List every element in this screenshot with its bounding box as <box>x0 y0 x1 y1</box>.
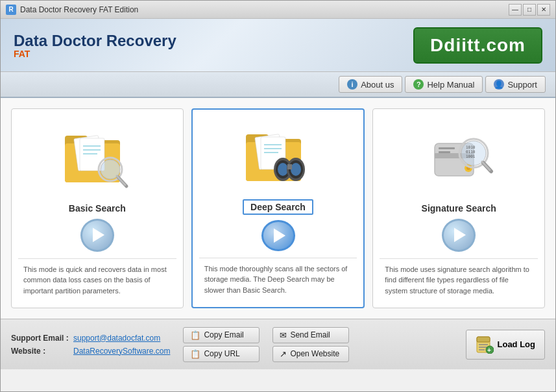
copy-url-button[interactable]: 📋 Copy URL <box>183 346 260 362</box>
signature-search-title: Signature Search <box>422 203 496 214</box>
minimize-button[interactable]: — <box>509 4 522 16</box>
basic-search-card[interactable]: Basic Search This mode is quick and reco… <box>11 108 184 308</box>
maximize-button[interactable]: □ <box>523 4 536 16</box>
website-label: Website : <box>11 347 69 356</box>
app-header: Data Doctor Recovery FAT Ddiitt.com <box>1 19 555 72</box>
email-link[interactable]: support@datadocfat.com <box>73 334 160 343</box>
help-manual-button[interactable]: ? Help Manual <box>405 76 483 93</box>
signature-search-image: 1010 0110 1001 <box>420 116 498 198</box>
open-website-icon: ↗ <box>280 349 287 359</box>
title-bar-text: Data Doctor Recovery FAT Edition <box>20 5 509 14</box>
bottom-info: Support Email : support@datadocfat.com W… <box>11 334 170 356</box>
copy-email-button[interactable]: 📋 Copy Email <box>183 327 260 343</box>
signature-search-card[interactable]: 1010 0110 1001 Signature Search This mod… <box>372 108 545 308</box>
help-icon: ? <box>413 79 424 90</box>
svg-text:+: + <box>487 347 491 354</box>
send-email-label: Send Email <box>290 330 330 339</box>
svg-text:1001: 1001 <box>466 154 476 158</box>
basic-search-title: Basic Search <box>69 203 126 214</box>
copy-email-label: Copy Email <box>204 330 243 339</box>
deep-search-image <box>239 116 317 194</box>
copy-url-icon: 📋 <box>190 349 200 359</box>
nav-bar: i About us ? Help Manual 👤 Support <box>1 72 555 98</box>
basic-search-description: This mode is quick and recovers data in … <box>18 258 176 302</box>
email-label: Support Email : <box>11 334 69 343</box>
svg-rect-32 <box>439 151 450 153</box>
app-logo[interactable]: Ddiitt.com <box>413 27 542 64</box>
signature-search-illustration: 1010 0110 1001 <box>423 117 494 195</box>
svg-text:1010: 1010 <box>466 145 476 149</box>
web-actions: ✉ Send Email ↗ Open Website <box>272 327 349 362</box>
send-email-button[interactable]: ✉ Send Email <box>272 327 349 343</box>
deep-search-description: This mode thoroughly scans all the secto… <box>199 258 357 301</box>
svg-text:0110: 0110 <box>466 149 476 154</box>
signature-search-description: This mode uses signature search algorith… <box>380 258 538 302</box>
main-content: Basic Search This mode is quick and reco… <box>1 98 555 319</box>
help-manual-label: Help Manual <box>427 80 474 90</box>
open-website-label: Open Website <box>290 349 339 358</box>
svg-point-22 <box>278 163 288 176</box>
website-row: Website : DataRecoverySoftware.com <box>11 347 170 356</box>
bottom-bar: Support Email : support@datadocfat.com W… <box>1 319 555 369</box>
app-title-main: Data Doctor Recovery <box>14 32 176 50</box>
deep-search-card[interactable]: Deep Search This mode thoroughly scans a… <box>191 108 365 308</box>
title-bar: R Data Doctor Recovery FAT Edition — □ ✕ <box>1 1 555 19</box>
copy-url-label: Copy URL <box>204 349 239 358</box>
website-link[interactable]: DataRecoverySoftware.com <box>73 347 170 356</box>
play-triangle-icon <box>274 228 285 243</box>
about-us-label: About us <box>361 80 394 90</box>
email-row: Support Email : support@datadocfat.com <box>11 334 170 343</box>
basic-search-image <box>58 116 136 198</box>
load-log-button[interactable]: + Load Log <box>466 330 546 360</box>
deep-search-title: Deep Search <box>243 199 313 215</box>
support-icon: 👤 <box>494 79 504 90</box>
basic-search-play-button[interactable] <box>80 219 114 252</box>
open-website-button[interactable]: ↗ Open Website <box>272 346 349 362</box>
about-us-button[interactable]: i About us <box>339 76 402 93</box>
svg-rect-31 <box>439 147 455 149</box>
app-icon: R <box>6 5 16 15</box>
copy-email-icon: 📋 <box>190 330 200 340</box>
close-button[interactable]: ✕ <box>537 4 550 16</box>
email-actions: 📋 Copy Email 📋 Copy URL <box>183 327 260 362</box>
info-icon: i <box>347 79 357 90</box>
load-log-icon: + <box>476 336 494 354</box>
app-title-sub: FAT <box>14 49 176 59</box>
signature-search-play-button[interactable] <box>442 219 476 252</box>
support-button[interactable]: 👤 Support <box>485 76 546 93</box>
svg-point-25 <box>291 163 301 176</box>
send-email-icon: ✉ <box>280 330 287 340</box>
app-title: Data Doctor Recovery FAT <box>14 32 176 59</box>
deep-search-play-button[interactable] <box>261 220 295 251</box>
support-label: Support <box>507 80 537 90</box>
title-bar-controls: — □ ✕ <box>509 4 550 16</box>
load-log-label: Load Log <box>498 339 536 349</box>
play-triangle-icon <box>93 228 104 242</box>
deep-search-illustration <box>243 116 314 194</box>
svg-rect-41 <box>477 337 490 342</box>
play-triangle-icon <box>454 228 466 242</box>
basic-search-illustration <box>62 117 133 195</box>
svg-rect-26 <box>287 164 292 169</box>
